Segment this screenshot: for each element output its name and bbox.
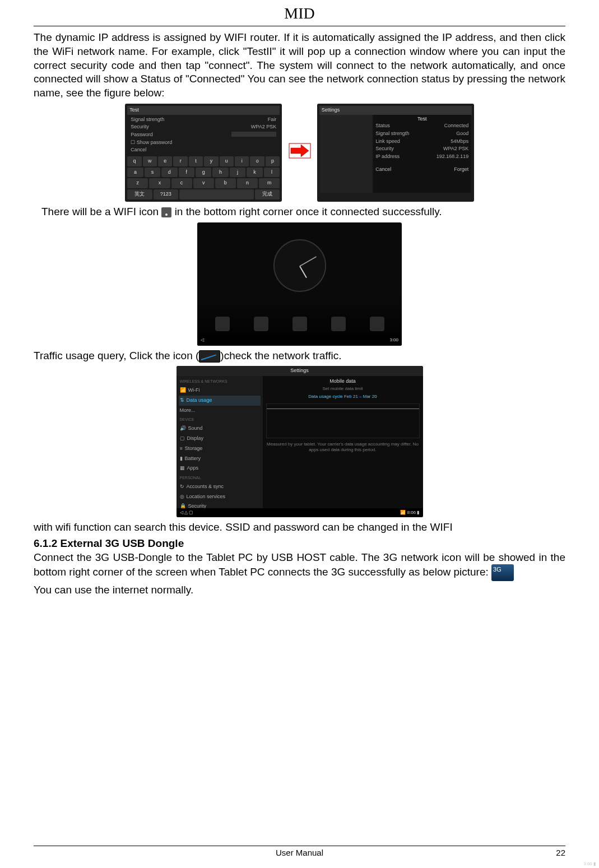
text-wifi-icon-a: There will be a WIFI icon — [41, 206, 161, 217]
app-icon-3[interactable] — [292, 317, 307, 331]
checkbox-show-password[interactable]: Show password — [137, 140, 173, 145]
app-icon-5[interactable] — [370, 317, 384, 331]
settings-content: Mobile data Set mobile data limit Data u… — [263, 376, 423, 508]
app-icon-4[interactable] — [331, 317, 346, 331]
data-usage-chart — [266, 403, 420, 438]
label-linkspeed: Link speed — [375, 138, 400, 145]
text-3g-body: Connect the 3G USB-Dongle to the Tablet … — [34, 551, 565, 578]
sidebar-section-personal: PERSONAL — [179, 474, 261, 482]
wifi-icon — [161, 207, 171, 217]
label-status: Status — [375, 123, 390, 129]
value-signal: Fair — [268, 117, 277, 123]
screenshot-wifi-password: Test Signal strengthFair SecurityWPA2 PS… — [125, 104, 282, 202]
home-navbar: ◁ 3:00 — [197, 336, 402, 346]
paragraph-internet: You can use the internet normally. — [34, 583, 565, 597]
sidebar-item-location[interactable]: ◎Location services — [179, 492, 261, 502]
content-subheader: Set mobile data limit — [266, 386, 420, 392]
sidebar-item-sound[interactable]: 🔊Sound — [179, 424, 261, 434]
statusbar-time-home: 3:00 — [389, 337, 398, 343]
app-icon-1[interactable] — [215, 317, 230, 331]
paragraph-wifi-icon: There will be a WIFI icon in the bottom … — [34, 205, 565, 219]
screenshot-home: ◁ 3:00 — [197, 222, 402, 346]
statusbar-time-settings: 8:06 — [407, 510, 416, 515]
value-security: WPA2 PSK — [251, 124, 276, 131]
label-ip: IP address — [375, 154, 400, 160]
figure-data-usage: Settings WIRELESS & NETWORKS 📶Wi-Fi ⇅Dat… — [34, 366, 565, 517]
settings-navbar: ◁ △ ▢ 📶 8:06 ▮ — [177, 508, 423, 517]
text-wifi-icon-b: in the bottom right corner once it conne… — [175, 206, 442, 217]
content-header: Mobile data — [266, 378, 420, 385]
value-status: Connected — [444, 123, 469, 129]
page-footer: User Manual 22 — [34, 846, 565, 858]
figure-home-screen: ◁ 3:00 — [34, 222, 565, 346]
sidebar-item-datausage[interactable]: ⇅Data usage — [179, 396, 261, 406]
sidebar-section-wireless: WIRELESS & NETWORKS — [179, 377, 261, 386]
content-note: Measured by your tablet. Your carrier's … — [266, 442, 420, 453]
label-signal: Signal strength — [131, 117, 164, 123]
nav-back-icon-2[interactable]: ◁ △ ▢ — [180, 510, 193, 516]
settings-sidebar: WIRELESS & NETWORKS 📶Wi-Fi ⇅Data usage M… — [177, 376, 263, 508]
home-app-row — [203, 317, 396, 331]
cancel-button[interactable]: Cancel — [131, 147, 146, 154]
sidebar-item-wifi[interactable]: 📶Wi-Fi — [179, 386, 261, 396]
settings-title: Settings — [177, 366, 423, 376]
wifi-status-icon: 📶 — [400, 510, 406, 515]
password-input[interactable] — [231, 132, 276, 137]
paragraph-ssid: with wifi function can search this devic… — [34, 521, 565, 535]
sidebar-section-device: DEVICE — [179, 415, 261, 424]
dialog-title: Test — [129, 107, 139, 114]
value-linkspeed: 54Mbps — [451, 138, 468, 145]
text-traffic-b: )check the network traffic. — [220, 350, 341, 361]
arrow-icon — [289, 143, 311, 163]
heading-612: 6.1.2 External 3G USB Dongle — [34, 537, 565, 551]
label-security: Security — [131, 124, 149, 131]
sidebar-item-accounts[interactable]: ↻Accounts & sync — [179, 482, 261, 492]
cancel-button-r[interactable]: Cancel — [375, 166, 391, 173]
sidebar-item-storage[interactable]: ≡Storage — [179, 444, 261, 454]
keyboard-row-3[interactable]: zxcvbnm — [127, 178, 280, 188]
app-icon-2[interactable] — [254, 317, 268, 331]
value-signal-r: Good — [456, 131, 468, 137]
paragraph-3g: Connect the 3G USB-Dongle to the Tablet … — [34, 551, 565, 582]
data-cycle[interactable]: Data usage cycle Feb 21 – Mar 20 — [266, 394, 420, 400]
figure-wifi-connect: Test Signal strengthFair SecurityWPA2 PS… — [34, 104, 565, 202]
footer-center: User Manual — [276, 847, 323, 858]
dialog-title-right: Test — [375, 116, 468, 123]
3g-icon — [491, 564, 514, 581]
label-security-r: Security — [375, 146, 394, 152]
header-title: MID — [34, 3, 565, 24]
footer-page-number: 22 — [556, 847, 565, 858]
screenshot-data-usage: Settings WIRELESS & NETWORKS 📶Wi-Fi ⇅Dat… — [177, 366, 423, 517]
statusbar-time: 3:00 ▮ — [583, 861, 596, 867]
value-ip: 192.168.2.119 — [437, 154, 469, 160]
header-rule — [34, 26, 565, 26]
sidebar-item-more[interactable]: More... — [179, 406, 261, 416]
label-signal-r: Signal strength — [375, 131, 409, 137]
sidebar-item-apps[interactable]: ▦Apps — [179, 463, 261, 474]
sidebar-item-display[interactable]: ▢Display — [179, 434, 261, 444]
text-traffic-a: Traffic usage query, Click the icon ( — [34, 350, 199, 361]
data-usage-icon — [199, 350, 220, 363]
keyboard-row-2[interactable]: asdfghjkl — [127, 168, 280, 178]
forget-button[interactable]: Forget — [454, 166, 468, 173]
keyboard-row-4[interactable]: 英文?123完成 — [127, 189, 280, 199]
clock-widget — [273, 239, 326, 292]
screenshot-wifi-status: Settings Test StatusConnected Signal str… — [317, 104, 474, 202]
nav-back-icon[interactable]: ◁ — [201, 337, 204, 343]
paragraph-traffic: Traffic usage query, Click the icon ()ch… — [34, 349, 565, 363]
value-security-r: WPA2 PSK — [443, 146, 468, 152]
keyboard-row-1[interactable]: qwertyuiop — [127, 156, 280, 166]
sidebar-item-battery[interactable]: ▮Battery — [179, 454, 261, 464]
svg-marker-1 — [291, 145, 309, 157]
paragraph-intro: The dynamic IP address is assigned by WI… — [34, 31, 565, 100]
label-password: Password — [131, 132, 153, 138]
